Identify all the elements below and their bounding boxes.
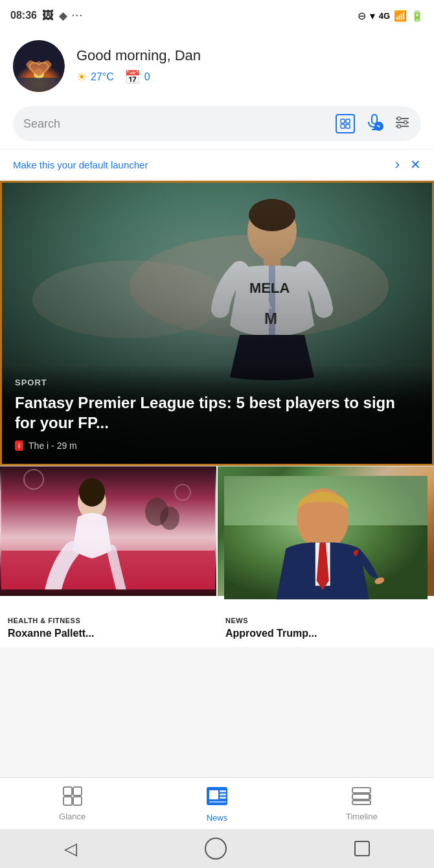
svg-rect-50 <box>220 794 226 795</box>
dnd-icon: ⊖ <box>358 10 366 22</box>
nav-item-glance[interactable]: Glance <box>40 786 105 821</box>
news-label: News <box>207 813 228 823</box>
glance-icon <box>62 786 83 809</box>
svg-rect-49 <box>220 790 226 792</box>
news-feed: A M MELA SPORT Fantasy Premier League ti… <box>0 181 434 647</box>
banner-text[interactable]: Make this your default launcher <box>13 159 148 170</box>
greeting-text: Good morning, Dan <box>76 47 421 64</box>
header: Good morning, Dan ☀ 27°C 📅 0 <box>0 31 434 101</box>
calendar-count: 0 <box>144 71 150 83</box>
main-article-overlay: SPORT Fantasy Premier League tips: 5 bes… <box>2 365 432 464</box>
timeline-label: Timeline <box>346 812 378 821</box>
banner-close-button[interactable]: ✕ <box>410 157 421 172</box>
default-launcher-banner: Make this your default launcher › ✕ <box>0 149 434 179</box>
battery-icon: 🔋 <box>411 10 424 22</box>
main-article[interactable]: A M MELA SPORT Fantasy Premier League ti… <box>0 181 434 466</box>
svg-point-17 <box>398 125 401 128</box>
articles-grid: HEALTH & FITNESS Roxanne Pallett... <box>0 466 434 647</box>
android-nav-bar: ◁ <box>0 829 434 868</box>
android-back-button[interactable]: ◁ <box>64 839 77 859</box>
svg-point-16 <box>404 121 407 124</box>
mic-icon[interactable] <box>365 113 383 135</box>
avatar-image <box>13 40 65 92</box>
dots-icon: ··· <box>72 10 84 21</box>
svg-rect-7 <box>346 124 350 128</box>
signal-icon: 📶 <box>394 10 407 22</box>
svg-rect-51 <box>220 797 226 799</box>
header-info: Good morning, Dan ☀ 27°C 📅 0 <box>76 47 421 85</box>
calendar-widget[interactable]: 📅 0 <box>124 69 150 85</box>
svg-rect-8 <box>372 115 377 124</box>
small-article-right-label: NEWS Approved Trump... <box>218 610 434 647</box>
svg-point-34 <box>79 478 105 507</box>
svg-rect-3 <box>13 78 65 92</box>
timeline-icon <box>351 786 372 809</box>
search-container: Search <box>0 101 434 149</box>
trump-article-image <box>224 473 428 602</box>
search-bar[interactable]: Search <box>13 106 421 141</box>
search-icons <box>336 113 411 135</box>
glance-label: Glance <box>59 812 86 821</box>
svg-rect-53 <box>352 788 371 793</box>
right-article-category: NEWS <box>225 617 426 624</box>
svg-rect-46 <box>73 797 82 805</box>
nav-item-news[interactable]: News <box>185 784 249 823</box>
status-bar: 08:36 🖼 ◆ ··· ⊖ ▾ 4G 📶 🔋 <box>0 0 434 31</box>
news-icon <box>205 784 229 810</box>
svg-rect-48 <box>209 790 218 799</box>
banner-actions: › ✕ <box>395 156 421 173</box>
source-name: The i - 29 m <box>29 440 77 451</box>
svg-rect-55 <box>352 801 371 805</box>
wifi-icon: ▾ <box>370 10 375 22</box>
bafta-article-image <box>0 466 216 589</box>
diamond-icon: ◆ <box>59 10 67 22</box>
main-article-title: Fantasy Premier League tips: 5 best play… <box>15 393 419 433</box>
svg-rect-44 <box>73 787 82 795</box>
main-article-source: i The i - 29 m <box>15 440 419 451</box>
svg-rect-52 <box>209 801 226 803</box>
status-time: 08:36 <box>10 10 37 21</box>
android-home-button[interactable] <box>205 838 227 860</box>
small-article-left[interactable]: HEALTH & FITNESS Roxanne Pallett... <box>0 466 218 647</box>
small-article-left-label: HEALTH & FITNESS Roxanne Pallett... <box>0 610 216 647</box>
svg-point-36 <box>160 507 179 530</box>
source-badge: i <box>15 440 23 451</box>
avatar[interactable] <box>13 40 65 92</box>
svg-rect-43 <box>63 787 72 795</box>
4g-label: 4G <box>379 11 390 21</box>
left-article-title: Roxanne Pallett... <box>8 627 209 641</box>
lens-icon[interactable] <box>336 114 355 133</box>
svg-rect-54 <box>352 794 371 799</box>
gallery-icon: 🖼 <box>42 9 54 23</box>
temperature: 27°C <box>91 71 114 83</box>
svg-point-15 <box>398 117 401 120</box>
status-right-icons: ⊖ ▾ 4G 📶 🔋 <box>358 10 424 22</box>
android-recents-button[interactable] <box>354 841 370 856</box>
svg-rect-5 <box>346 119 350 123</box>
svg-rect-45 <box>63 797 72 805</box>
filter-settings-icon[interactable] <box>394 114 411 133</box>
calendar-icon: 📅 <box>124 69 141 85</box>
svg-rect-6 <box>341 124 345 128</box>
nav-item-timeline[interactable]: Timeline <box>329 786 394 821</box>
main-article-category: SPORT <box>15 378 419 387</box>
small-article-right[interactable]: NEWS Approved Trump... <box>218 466 434 647</box>
svg-rect-4 <box>341 119 345 123</box>
banner-chevron[interactable]: › <box>395 156 400 173</box>
weather-widget[interactable]: ☀ 27°C <box>76 70 114 84</box>
header-meta: ☀ 27°C 📅 0 <box>76 69 421 85</box>
search-placeholder-text: Search <box>23 117 328 131</box>
bottom-navigation: Glance News Timeline <box>0 777 434 829</box>
right-article-title: Approved Trump... <box>225 627 426 641</box>
sun-icon: ☀ <box>76 70 87 84</box>
left-article-category: HEALTH & FITNESS <box>8 617 209 624</box>
